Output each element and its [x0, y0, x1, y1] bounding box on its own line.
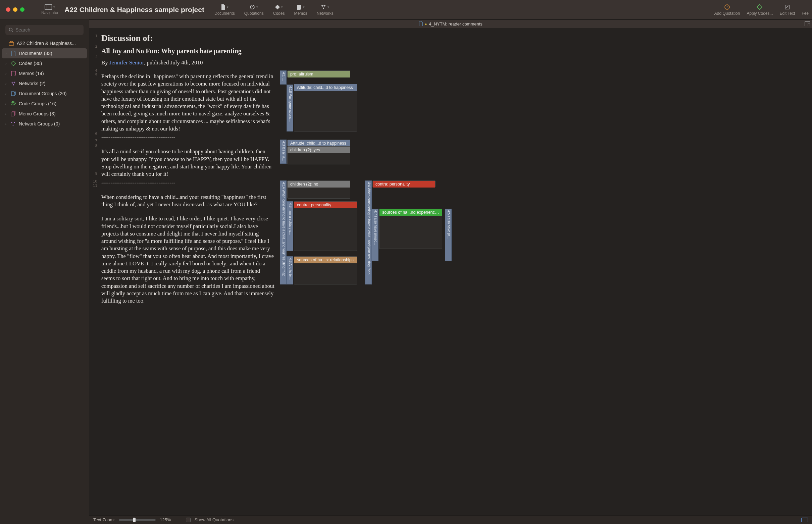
quotation-bracket[interactable]: 4:16 Past generations...: [287, 84, 293, 131]
svg-rect-15: [11, 41, 12, 42]
svg-point-12: [10, 28, 12, 31]
navigator-toggle[interactable]: ▾ Navigator: [41, 4, 59, 15]
line-number: 11: [89, 184, 99, 187]
paragraph: Perhaps the decline in "happiness" with …: [101, 73, 275, 132]
svg-point-22: [12, 122, 12, 123]
quotation-bracket[interactable]: 4:6 And to br...: [287, 256, 293, 284]
edit-text-button[interactable]: Edit Text: [780, 4, 795, 16]
quotation-bracket[interactable]: 4:5 I also have pr...: [445, 209, 452, 261]
toolbar-label: Edit Text: [780, 11, 795, 16]
sidebar-item-document[interactable]: ›Documents (33): [2, 48, 87, 59]
minimize-window-button[interactable]: [13, 7, 17, 12]
margin-area: 4:1 Perha...4:16 Past generations...4:3 …: [279, 28, 812, 515]
project-title: A22 Children & Happiness sample project: [64, 6, 204, 14]
code-tag[interactable]: Attitude: child...d to happiness: [294, 84, 357, 131]
content-row: 1234567891011 Discussion of: All Joy and…: [89, 28, 812, 515]
disclosure-triangle-icon[interactable]: ›: [5, 112, 8, 116]
doc-subheading: All Joy and No Fun: Why parents hate par…: [101, 47, 275, 56]
panel-toggle-icon[interactable]: +: [805, 21, 810, 26]
code-tag[interactable]: contra: personality: [372, 180, 436, 187]
traffic-lights: [0, 7, 25, 12]
code-tag-label: Attitude: child...d to happiness: [294, 84, 357, 91]
code-tag-label: Attitude: child...d to happiness: [288, 140, 350, 147]
toolbar-memos[interactable]: ▾ Memos: [294, 4, 307, 16]
disclosure-triangle-icon[interactable]: ›: [5, 102, 8, 106]
code-tag[interactable]: children (2): yes: [287, 146, 350, 164]
quotation-bracket[interactable]: 4:7 I also have projec...: [372, 209, 378, 261]
sidebar-item-label: Code Groups (16): [19, 101, 56, 107]
toolbar-codes[interactable]: ▾ Codes: [273, 4, 285, 16]
code-tag[interactable]: contra: personality: [294, 201, 357, 251]
quotation-bracket[interactable]: 4:14 When considering to have a child...…: [280, 180, 287, 284]
sidebar-item-docgroup[interactable]: ›Document Groups (20): [0, 88, 89, 99]
close-window-button[interactable]: [6, 7, 11, 12]
sidebar-item-codegroup[interactable]: ›Code Groups (16): [0, 99, 89, 109]
add-quotation-button[interactable]: " Add Quotation: [714, 4, 740, 16]
apply-codes-button[interactable]: Apply Codes...: [747, 4, 773, 16]
quotation-bracket[interactable]: 4:4 When considering to have a child...a…: [365, 180, 372, 284]
document-tab[interactable]: ● 4_NYTM: reader comments +: [89, 19, 812, 28]
sidebar-project[interactable]: A22 Children & Happiness...: [0, 38, 89, 48]
code-tag[interactable]: pro: altruism: [287, 70, 350, 77]
netgroup-icon: [11, 121, 16, 127]
search-box[interactable]: [5, 25, 84, 35]
quotation-bracket[interactable]: 4:3 It's all a...: [280, 140, 287, 164]
code-tag[interactable]: sources of ha...s: relationships: [294, 256, 357, 284]
sidebar-item-memogroup[interactable]: ›Memo Groups (3): [0, 109, 89, 119]
toolbar-label: Networks: [317, 11, 334, 16]
author-link[interactable]: Jennifer Senior: [109, 60, 144, 66]
toolbar-documents[interactable]: ▾ Documents: [214, 4, 235, 16]
code-tag[interactable]: Attitude: child...d to happiness: [287, 140, 350, 146]
disclosure-triangle-icon[interactable]: ›: [5, 72, 8, 76]
feedback-button[interactable]: Fee: [801, 4, 809, 16]
code-tag[interactable]: sources of ha...nd experiences: [379, 209, 442, 249]
toolbar: ▾ Documents " ▾ Quotations ▾ Codes: [214, 4, 334, 16]
toolbar-label: Quotations: [244, 11, 264, 16]
network-icon: [321, 4, 326, 10]
code-tag[interactable]: children (2): no: [287, 180, 350, 199]
search-icon: [9, 28, 13, 32]
toolbar-networks[interactable]: ▾ Networks: [317, 4, 334, 16]
sidebar-item-memo[interactable]: ›Memos (14): [0, 68, 89, 79]
line-number: 4: [89, 69, 99, 72]
sidebar: A22 Children & Happiness... ›Documents (…: [0, 19, 89, 524]
svg-rect-20: [11, 101, 14, 105]
svg-rect-10: [757, 4, 763, 10]
sidebar-item-label: Networks (2): [19, 81, 45, 86]
diamond-icon: [275, 5, 280, 10]
quotation-bracket[interactable]: 4:8 I am a solitary s...: [287, 201, 293, 251]
line-number: 3: [89, 54, 99, 58]
disclosure-triangle-icon[interactable]: ›: [5, 122, 8, 126]
disclosure-triangle-icon[interactable]: ›: [5, 62, 8, 65]
status-panel-icon[interactable]: [801, 518, 808, 522]
slider-thumb[interactable]: [133, 518, 135, 522]
document-body[interactable]: Discussion of: All Joy and No Fun: Why p…: [99, 28, 279, 515]
disclosure-triangle-icon[interactable]: ›: [5, 52, 8, 55]
sidebar-item-code[interactable]: ›Codes (30): [0, 59, 89, 68]
search-input[interactable]: [15, 27, 80, 33]
code-tag-label: sources of ha...nd experiences: [379, 209, 442, 216]
show-all-quotations-checkbox[interactable]: [186, 518, 191, 522]
by-prefix: By: [101, 60, 109, 66]
sidebar-item-network[interactable]: ›Networks (2): [0, 79, 89, 88]
zoom-window-button[interactable]: [20, 7, 25, 12]
chevron-down-icon: ▾: [281, 5, 283, 9]
code-tag-label: pro: altruism: [288, 71, 350, 78]
disclosure-triangle-icon[interactable]: ›: [5, 92, 8, 96]
quotation-bracket[interactable]: 4:1 Perha...: [280, 70, 287, 84]
line-number: 5: [89, 73, 99, 77]
svg-text:": ": [252, 6, 253, 9]
paragraph: When considering to have a child...and y…: [101, 194, 275, 209]
briefcase-icon: [9, 41, 14, 46]
document-icon: [11, 51, 16, 56]
svg-line-13: [12, 31, 13, 32]
sidebar-item-netgroup[interactable]: ›Network Groups (0): [0, 119, 89, 129]
disclosure-triangle-icon[interactable]: ›: [5, 82, 8, 85]
memo-icon: [11, 71, 16, 76]
toolbar-label: Documents: [214, 11, 235, 16]
sidebar-item-label: Document Groups (20): [19, 91, 66, 96]
toolbar-quotations[interactable]: " ▾ Quotations: [244, 4, 264, 16]
chevron-down-icon: ▾: [227, 5, 228, 9]
zoom-slider[interactable]: [119, 519, 156, 521]
svg-rect-4: [275, 5, 280, 10]
